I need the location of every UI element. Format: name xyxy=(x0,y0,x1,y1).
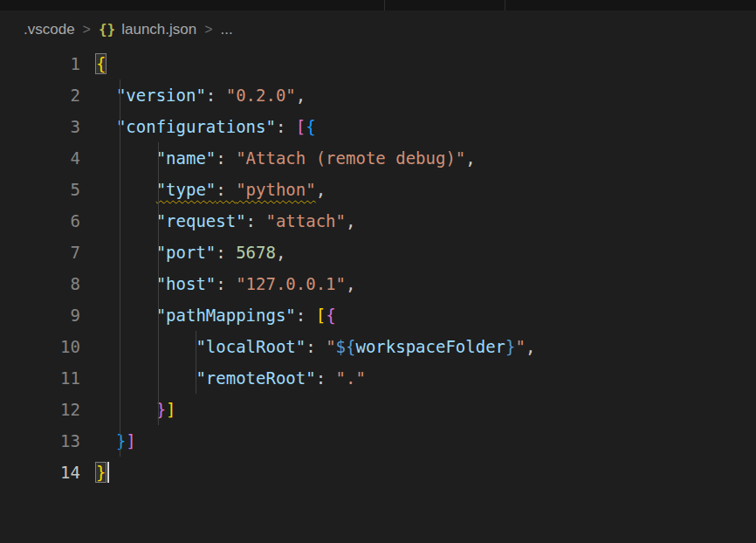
code-token: " xyxy=(516,337,526,356)
code-line[interactable]: 9 "pathMappings": [{ xyxy=(0,299,756,331)
code-token xyxy=(96,431,116,450)
line-number: 4 xyxy=(0,142,96,174)
code-token xyxy=(96,274,156,293)
code-text: "localRoot": "${workspaceFolder}", xyxy=(96,337,535,356)
code-token: "request" xyxy=(156,211,246,230)
code-token: "0.2.0" xyxy=(226,86,296,105)
line-number: 10 xyxy=(0,331,96,362)
line-number: 13 xyxy=(0,425,96,457)
code-token: ] xyxy=(126,431,135,450)
code-token: , xyxy=(346,274,355,293)
code-text: "configurations": [{ xyxy=(96,117,316,136)
line-number: 2 xyxy=(0,79,96,111)
code-line[interactable]: 3 "configurations": [{ xyxy=(0,111,756,142)
code-token: , xyxy=(276,243,285,262)
code-text: "host": "127.0.0.1", xyxy=(96,274,355,293)
code-line[interactable]: 5 "type": "python", xyxy=(0,174,756,205)
code-token xyxy=(96,400,156,419)
breadcrumb-file[interactable]: launch.json xyxy=(121,21,196,38)
chevron-right-icon: > xyxy=(204,22,212,38)
chevron-right-icon: > xyxy=(83,22,91,38)
code-token: "127.0.0.1" xyxy=(236,274,346,293)
code-token: " xyxy=(326,337,335,356)
breadcrumb-folder[interactable]: .vscode xyxy=(24,21,75,38)
code-token: , xyxy=(296,86,306,105)
code-line[interactable]: 11 "remoteRoot": "." xyxy=(0,362,756,394)
code-token: "type" xyxy=(156,180,216,199)
indent-guide xyxy=(120,79,120,457)
code-token: { xyxy=(306,117,315,136)
code-token: : xyxy=(296,306,316,325)
code-line[interactable]: 13 }] xyxy=(0,425,756,457)
code-token: "localRoot" xyxy=(196,337,306,356)
breadcrumb-more[interactable]: ... xyxy=(221,21,233,38)
indent-guide xyxy=(158,142,159,425)
code-token: : xyxy=(316,368,336,388)
code-token: : xyxy=(306,337,326,356)
code-token: : xyxy=(216,274,236,293)
breadcrumb: .vscode > {} launch.json > ... xyxy=(0,10,756,48)
tab-separator xyxy=(384,0,385,10)
code-line[interactable]: 6 "request": "attach", xyxy=(0,205,756,237)
line-number: 1 xyxy=(0,48,96,79)
code-token: } xyxy=(96,463,106,482)
code-text: "port": 5678, xyxy=(96,243,285,262)
code-token: "attach" xyxy=(265,211,346,230)
code-token xyxy=(96,180,156,199)
code-line[interactable]: 12 }] xyxy=(0,394,756,425)
code-line[interactable]: 10 "localRoot": "${workspaceFolder}", xyxy=(0,331,756,362)
code-token: , xyxy=(346,211,355,230)
text-cursor xyxy=(107,462,109,483)
code-text: "remoteRoot": "." xyxy=(96,368,366,388)
line-number: 8 xyxy=(0,268,96,299)
code-token xyxy=(96,117,116,136)
code-token: : xyxy=(206,86,226,105)
code-line[interactable]: 2 "version": "0.2.0", xyxy=(0,79,756,111)
code-token: "host" xyxy=(156,274,216,293)
code-text: "request": "attach", xyxy=(96,211,355,230)
code-token: : xyxy=(216,180,236,199)
code-token: "." xyxy=(336,368,366,388)
code-token: { xyxy=(96,54,106,73)
code-token xyxy=(96,148,156,168)
code-token: "Attach (remote debug)" xyxy=(236,148,465,168)
code-token: "version" xyxy=(116,86,206,105)
code-token: "remoteRoot" xyxy=(196,368,315,388)
code-token: , xyxy=(316,180,326,199)
code-token: : xyxy=(216,148,236,168)
code-text: "version": "0.2.0", xyxy=(96,86,306,105)
code-token: , xyxy=(526,337,535,356)
code-token: ] xyxy=(166,400,175,419)
code-token xyxy=(96,368,196,388)
code-token: : xyxy=(276,117,296,136)
code-text: } xyxy=(96,463,109,482)
line-number: 11 xyxy=(0,362,96,394)
line-number: 14 xyxy=(0,457,96,488)
line-number: 7 xyxy=(0,237,96,268)
code-line[interactable]: 1{ xyxy=(0,48,756,79)
code-line[interactable]: 14} xyxy=(0,457,756,488)
code-line[interactable]: 7 "port": 5678, xyxy=(0,237,756,268)
code-token: } xyxy=(505,337,515,356)
code-token: "port" xyxy=(156,243,216,262)
code-text: "pathMappings": [{ xyxy=(96,306,336,325)
code-token: [ xyxy=(316,306,326,325)
code-lines: 1{2 "version": "0.2.0",3 "configurations… xyxy=(0,48,756,488)
code-token xyxy=(96,306,156,325)
json-file-icon: {} xyxy=(99,21,115,38)
code-editor[interactable]: 1{2 "version": "0.2.0",3 "configurations… xyxy=(0,48,756,543)
code-token: } xyxy=(116,431,126,450)
code-line[interactable]: 4 "name": "Attach (remote debug)", xyxy=(0,142,756,174)
code-token: : xyxy=(216,243,236,262)
code-token: "configurations" xyxy=(116,117,276,136)
code-token: "name" xyxy=(156,148,216,168)
code-token xyxy=(96,337,196,356)
code-token: { xyxy=(326,306,335,325)
line-number: 3 xyxy=(0,111,96,142)
code-line[interactable]: 8 "host": "127.0.0.1", xyxy=(0,268,756,299)
code-token: "python" xyxy=(236,180,316,199)
code-token xyxy=(96,86,116,105)
indent-guide xyxy=(196,331,196,394)
code-text: }] xyxy=(96,431,136,450)
code-text: }] xyxy=(96,400,176,419)
